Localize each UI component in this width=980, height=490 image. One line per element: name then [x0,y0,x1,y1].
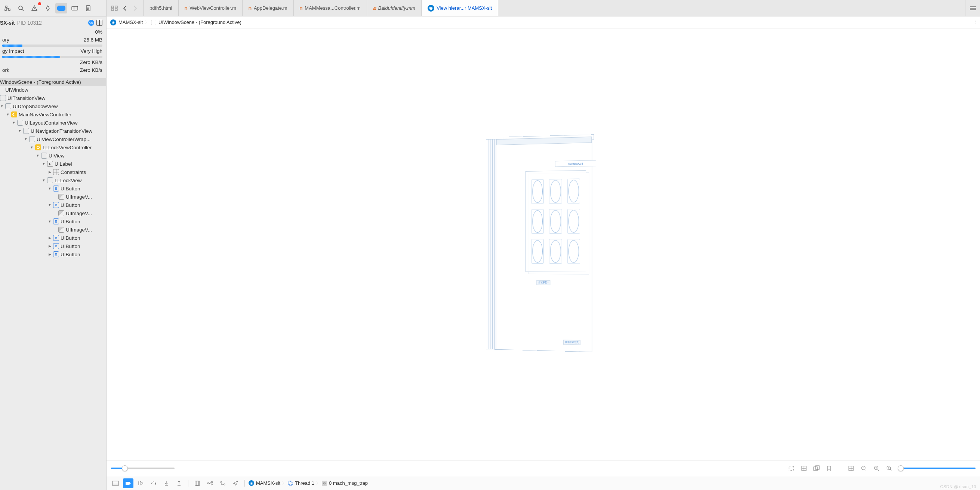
continue-icon[interactable] [136,479,146,488]
memory-metric[interactable]: ory 26.6 MB [2,35,102,43]
energy-metric[interactable]: gy Impact Very High [2,47,102,54]
constraints-icon[interactable] [799,463,810,474]
other-login-button[interactable]: 其他登录方式 [563,340,580,345]
orient-icon[interactable] [824,463,835,474]
lock-dot[interactable] [550,180,561,203]
tree-row[interactable]: ▼UIViewControllerWrap... [0,135,106,143]
clip-icon[interactable] [786,463,797,474]
spacing-slider[interactable] [111,468,175,469]
tree-row[interactable]: ▶BUIButton [0,250,106,259]
forward-button[interactable] [130,3,140,13]
svg-point-4 [37,146,39,148]
memory-graph-icon[interactable] [205,479,215,488]
chevron-right-icon: 〉 [282,480,286,486]
zoom-fit-icon[interactable] [871,463,882,474]
zoom-in-icon[interactable] [884,463,895,474]
lock-dot[interactable] [532,180,543,203]
thread-icon [288,480,293,486]
breakpoints-toggle-icon[interactable] [123,479,134,488]
step-over-icon[interactable] [148,479,159,488]
location-icon[interactable] [230,479,241,488]
crumb-scene[interactable]: UIWindowScene - (Foreground Active) [159,19,242,25]
lock-dot[interactable] [568,210,579,233]
tree-row[interactable]: UIImageV... [0,193,106,201]
eye-icon[interactable] [88,20,94,26]
jump-bar[interactable]: ◉ MAMSX-sit 〉 UIWindowScene - (Foregroun… [107,16,980,29]
bookmark-icon[interactable] [42,3,54,13]
lock-dot[interactable] [532,210,543,233]
hide-debug-icon[interactable] [110,479,121,488]
tree-row[interactable]: UITransitionView [0,94,106,102]
tree-row[interactable]: ▼UILayoutContainerView [0,118,106,127]
tree-row-scene[interactable]: WindowScene - (Foreground Active) [0,78,106,86]
debug-gauges-icon[interactable] [55,3,67,13]
zoom-out-icon[interactable] [858,463,869,474]
tree-row[interactable]: ▶BUIButton [0,242,106,250]
svg-point-20 [207,482,209,484]
editor-area: pdfh5.html mWebViewController.m mAppDele… [107,0,980,490]
grid-icon[interactable] [845,463,857,474]
tab-webview[interactable]: mWebViewController.m [179,0,243,16]
3d-icon[interactable] [811,463,822,474]
tab-overflow-icon[interactable] [965,0,980,16]
reports-icon[interactable] [82,3,94,13]
objc-file-icon: m [300,5,303,11]
tree-row[interactable]: ▼LLLockViewController [0,143,106,152]
issues-icon[interactable] [29,3,40,13]
root-view[interactable]: SWING0053 忘记手势? 其他 [496,137,592,352]
tree-row[interactable]: ▼LUILabel [0,160,106,168]
scene-icon [151,20,156,25]
tree-row[interactable]: ▼UIDropShadowView [0,102,106,110]
tab-mammessage[interactable]: mMAMMessa...Controller.m [294,0,367,16]
hierarchy-icon[interactable] [2,3,13,13]
tab-baidu[interactable]: mBaiduIdentify.mm [367,0,422,16]
lock-dot[interactable] [568,240,579,263]
lock-dot[interactable] [550,240,561,263]
step-out-icon[interactable] [174,479,184,488]
tree-row[interactable]: ▼UIView [0,152,106,160]
lock-dot[interactable] [532,240,543,263]
env-overrides-icon[interactable] [218,479,228,488]
related-items-icon[interactable] [110,3,119,13]
view-debugger-icon: ◉ [428,5,434,11]
tab-view-hierarchy[interactable]: ◉View hierar...r MAMSX-sit [422,0,498,16]
cpu-metric[interactable]: 0% [2,28,102,35]
debug-view-icon[interactable] [192,479,202,488]
lock-dot[interactable] [550,210,561,233]
tree-row[interactable]: ▼MainNavViewController [0,110,106,118]
chevron-right-icon: 〉 [145,20,149,25]
tree-row[interactable]: ▼UINavigationTransitionView [0,127,106,135]
breakpoints-icon[interactable] [69,3,81,13]
tree-row[interactable]: ▼BUIButton [0,201,106,209]
tree-row[interactable]: ▼BUIButton [0,184,106,193]
lock-dot[interactable] [568,180,579,203]
tab-pdfh5[interactable]: pdfh5.html [143,0,179,16]
network-metric[interactable]: ork Zero KB/s [2,66,102,74]
tab-nav [107,0,143,16]
tree-row[interactable]: UIImageV... [0,225,106,234]
tree-row[interactable]: ▼BUIButton [0,217,106,225]
forgot-button[interactable]: 忘记手势? [536,280,550,285]
columns-icon[interactable] [96,20,102,26]
chevron-left-icon[interactable]: 〈 [972,20,976,25]
tree-row[interactable]: ▶BUIButton [0,234,106,242]
debug-crumb[interactable]: ◉ MAMSX-sit 〉 Thread 1 〉 ⚙ 0 mach_msg_tr… [248,480,368,486]
tab-appdelegate[interactable]: mAppDelegate.m [243,0,293,16]
step-in-icon[interactable] [161,479,172,488]
tree-row[interactable]: ▼LLLockView [0,176,106,184]
lock-view[interactable] [525,170,586,272]
tree-row[interactable]: UIImageV... [0,209,106,217]
tree-row[interactable]: UIWindow [0,86,106,94]
view-hierarchy-canvas[interactable]: SWING0053 忘记手势? 其他 [107,29,980,460]
title-label[interactable]: SWING0053 [555,160,596,167]
process-pid: PID 10312 [17,20,42,26]
disk-metric[interactable]: Zero KB/s [2,58,102,66]
crumb-app[interactable]: MAMSX-sit [118,19,143,25]
svg-point-3 [91,22,92,23]
sidebar-toolbar [0,0,106,17]
tree-row[interactable]: ▶Constraints [0,168,106,176]
range-slider[interactable] [901,468,975,469]
search-icon[interactable] [15,3,27,13]
back-button[interactable] [120,3,130,13]
svg-point-24 [224,484,225,485]
